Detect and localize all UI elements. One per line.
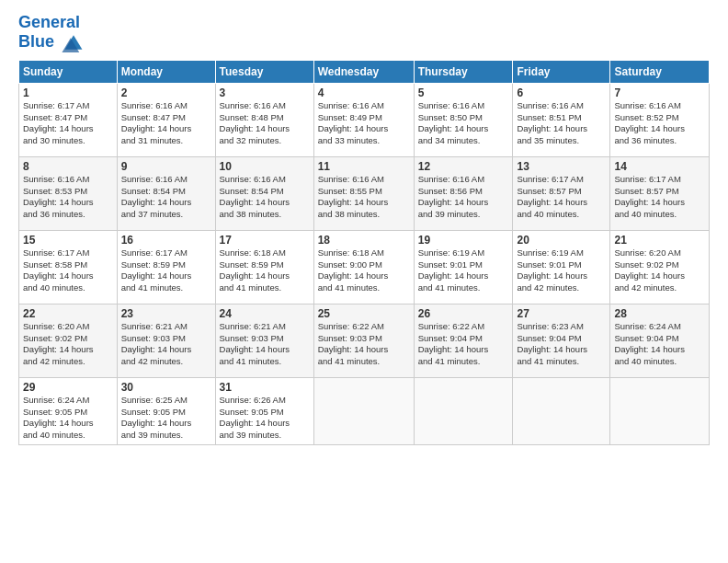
page: General Blue SundayMondayTuesdayWednesda… [0, 0, 728, 563]
calendar-cell: 18Sunrise: 6:18 AMSunset: 9:00 PMDayligh… [313, 230, 414, 304]
logo-text2: Blue [18, 32, 86, 52]
weekday-header-thursday: Thursday [414, 60, 513, 83]
calendar-cell: 2Sunrise: 6:16 AMSunset: 8:47 PMDaylight… [117, 83, 215, 156]
calendar-cell: 14Sunrise: 6:17 AMSunset: 8:57 PMDayligh… [610, 156, 710, 230]
day-number: 1 [23, 86, 113, 99]
calendar-cell: 10Sunrise: 6:16 AMSunset: 8:54 PMDayligh… [215, 156, 313, 230]
day-number: 18 [318, 234, 410, 247]
calendar-cell: 24Sunrise: 6:21 AMSunset: 9:03 PMDayligh… [215, 304, 313, 377]
day-number: 26 [418, 307, 509, 320]
day-info: Sunrise: 6:24 AMSunset: 9:05 PMDaylight:… [23, 395, 113, 442]
day-number: 24 [220, 307, 310, 320]
logo: General Blue [18, 14, 86, 52]
day-number: 12 [418, 160, 509, 173]
calendar-cell: 22Sunrise: 6:20 AMSunset: 9:02 PMDayligh… [19, 304, 118, 377]
calendar-cell: 7Sunrise: 6:16 AMSunset: 8:52 PMDaylight… [610, 83, 710, 156]
calendar-cell: 21Sunrise: 6:20 AMSunset: 9:02 PMDayligh… [610, 230, 710, 304]
calendar-cell: 31Sunrise: 6:26 AMSunset: 9:05 PMDayligh… [215, 377, 313, 444]
day-number: 14 [614, 160, 705, 173]
day-number: 25 [318, 307, 410, 320]
calendar-cell: 6Sunrise: 6:16 AMSunset: 8:51 PMDaylight… [513, 83, 610, 156]
day-number: 10 [220, 160, 310, 173]
day-info: Sunrise: 6:23 AMSunset: 9:04 PMDaylight:… [517, 321, 606, 368]
weekday-header-monday: Monday [117, 60, 215, 83]
weekday-header-saturday: Saturday [610, 60, 710, 83]
day-number: 23 [121, 307, 211, 320]
weekday-header-wednesday: Wednesday [313, 60, 414, 83]
day-number: 3 [220, 86, 310, 99]
day-number: 27 [517, 307, 606, 320]
day-info: Sunrise: 6:17 AMSunset: 8:57 PMDaylight:… [614, 174, 705, 221]
day-number: 15 [23, 234, 113, 247]
day-number: 2 [121, 86, 211, 99]
calendar-cell [513, 377, 610, 444]
calendar-cell: 9Sunrise: 6:16 AMSunset: 8:54 PMDaylight… [117, 156, 215, 230]
calendar-cell: 5Sunrise: 6:16 AMSunset: 8:50 PMDaylight… [414, 83, 513, 156]
day-info: Sunrise: 6:16 AMSunset: 8:55 PMDaylight:… [318, 174, 410, 221]
day-number: 31 [220, 381, 310, 394]
calendar-cell: 20Sunrise: 6:19 AMSunset: 9:01 PMDayligh… [513, 230, 610, 304]
calendar-cell [313, 377, 414, 444]
day-info: Sunrise: 6:20 AMSunset: 9:02 PMDaylight:… [614, 247, 705, 294]
header: General Blue [18, 14, 710, 52]
calendar-cell: 27Sunrise: 6:23 AMSunset: 9:04 PMDayligh… [513, 304, 610, 377]
day-info: Sunrise: 6:16 AMSunset: 8:48 PMDaylight:… [220, 100, 310, 147]
calendar-cell: 12Sunrise: 6:16 AMSunset: 8:56 PMDayligh… [414, 156, 513, 230]
day-number: 6 [517, 86, 606, 99]
day-info: Sunrise: 6:17 AMSunset: 8:57 PMDaylight:… [517, 174, 606, 221]
calendar-cell: 1Sunrise: 6:17 AMSunset: 8:47 PMDaylight… [19, 83, 118, 156]
day-info: Sunrise: 6:24 AMSunset: 9:04 PMDaylight:… [614, 321, 705, 368]
day-info: Sunrise: 6:16 AMSunset: 8:54 PMDaylight:… [121, 174, 211, 221]
calendar-cell: 29Sunrise: 6:24 AMSunset: 9:05 PMDayligh… [19, 377, 118, 444]
day-number: 4 [318, 86, 410, 99]
day-number: 17 [220, 234, 310, 247]
day-info: Sunrise: 6:21 AMSunset: 9:03 PMDaylight:… [220, 321, 310, 368]
day-number: 19 [418, 234, 509, 247]
day-info: Sunrise: 6:16 AMSunset: 8:52 PMDaylight:… [614, 100, 705, 147]
day-info: Sunrise: 6:20 AMSunset: 9:02 PMDaylight:… [23, 321, 113, 368]
day-number: 30 [121, 381, 211, 394]
day-number: 11 [318, 160, 410, 173]
calendar-cell: 11Sunrise: 6:16 AMSunset: 8:55 PMDayligh… [313, 156, 414, 230]
day-number: 16 [121, 234, 211, 247]
day-number: 21 [614, 234, 705, 247]
day-info: Sunrise: 6:17 AMSunset: 8:47 PMDaylight:… [23, 100, 113, 147]
day-number: 20 [517, 234, 606, 247]
calendar-cell [414, 377, 513, 444]
calendar-cell: 26Sunrise: 6:22 AMSunset: 9:04 PMDayligh… [414, 304, 513, 377]
day-info: Sunrise: 6:16 AMSunset: 8:47 PMDaylight:… [121, 100, 211, 147]
calendar-cell: 23Sunrise: 6:21 AMSunset: 9:03 PMDayligh… [117, 304, 215, 377]
calendar-cell: 25Sunrise: 6:22 AMSunset: 9:03 PMDayligh… [313, 304, 414, 377]
day-number: 28 [614, 307, 705, 320]
calendar-cell: 8Sunrise: 6:16 AMSunset: 8:53 PMDaylight… [19, 156, 118, 230]
weekday-header-sunday: Sunday [19, 60, 118, 83]
logo-text: General [18, 14, 86, 32]
calendar-cell: 19Sunrise: 6:19 AMSunset: 9:01 PMDayligh… [414, 230, 513, 304]
day-number: 22 [23, 307, 113, 320]
day-info: Sunrise: 6:26 AMSunset: 9:05 PMDaylight:… [220, 395, 310, 442]
calendar-cell: 16Sunrise: 6:17 AMSunset: 8:59 PMDayligh… [117, 230, 215, 304]
day-info: Sunrise: 6:16 AMSunset: 8:49 PMDaylight:… [318, 100, 410, 147]
day-number: 13 [517, 160, 606, 173]
day-info: Sunrise: 6:22 AMSunset: 9:04 PMDaylight:… [418, 321, 509, 368]
day-number: 8 [23, 160, 113, 173]
weekday-header-tuesday: Tuesday [215, 60, 313, 83]
weekday-header-friday: Friday [513, 60, 610, 83]
calendar-cell: 4Sunrise: 6:16 AMSunset: 8:49 PMDaylight… [313, 83, 414, 156]
calendar-cell: 3Sunrise: 6:16 AMSunset: 8:48 PMDaylight… [215, 83, 313, 156]
day-info: Sunrise: 6:19 AMSunset: 9:01 PMDaylight:… [418, 247, 509, 294]
day-info: Sunrise: 6:16 AMSunset: 8:56 PMDaylight:… [418, 174, 509, 221]
day-info: Sunrise: 6:16 AMSunset: 8:53 PMDaylight:… [23, 174, 113, 221]
day-number: 9 [121, 160, 211, 173]
day-info: Sunrise: 6:18 AMSunset: 9:00 PMDaylight:… [318, 247, 410, 294]
day-info: Sunrise: 6:22 AMSunset: 9:03 PMDaylight:… [318, 321, 410, 368]
day-info: Sunrise: 6:21 AMSunset: 9:03 PMDaylight:… [121, 321, 211, 368]
day-info: Sunrise: 6:25 AMSunset: 9:05 PMDaylight:… [121, 395, 211, 442]
day-info: Sunrise: 6:16 AMSunset: 8:54 PMDaylight:… [220, 174, 310, 221]
day-info: Sunrise: 6:19 AMSunset: 9:01 PMDaylight:… [517, 247, 606, 294]
day-info: Sunrise: 6:16 AMSunset: 8:50 PMDaylight:… [418, 100, 509, 147]
calendar-cell: 15Sunrise: 6:17 AMSunset: 8:58 PMDayligh… [19, 230, 118, 304]
calendar-cell: 28Sunrise: 6:24 AMSunset: 9:04 PMDayligh… [610, 304, 710, 377]
day-number: 7 [614, 86, 705, 99]
day-info: Sunrise: 6:18 AMSunset: 8:59 PMDaylight:… [220, 247, 310, 294]
